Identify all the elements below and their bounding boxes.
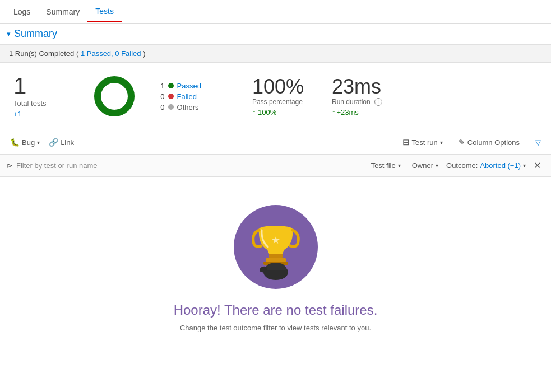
up-arrow-icon: ↑ bbox=[332, 108, 336, 116]
column-options-label: Column Options bbox=[467, 138, 520, 147]
link-button[interactable]: 🔗 Link bbox=[45, 136, 77, 149]
svg-text:★: ★ bbox=[271, 235, 280, 246]
others-label[interactable]: Others bbox=[177, 103, 199, 111]
test-file-chevron-icon: ▾ bbox=[398, 162, 401, 169]
column-options-icon: ✎ bbox=[459, 138, 465, 147]
stats-row: 1 Total tests +1 1 Passed 0 Failed 0 Oth… bbox=[0, 63, 551, 130]
outcome-filter-label: Outcome: bbox=[446, 161, 478, 170]
info-icon[interactable]: i bbox=[374, 98, 382, 106]
test-file-dropdown[interactable]: Test file ▾ bbox=[368, 159, 404, 172]
link-icon: 🔗 bbox=[49, 138, 58, 147]
failed-label[interactable]: Failed bbox=[177, 92, 197, 101]
test-run-label: Test run bbox=[412, 138, 438, 147]
pass-pct-value: 100% bbox=[252, 77, 304, 97]
bug-chevron-icon: ▾ bbox=[37, 139, 40, 146]
owner-label: Owner bbox=[412, 161, 433, 170]
run-info-highlight: 1 Passed, 0 Failed bbox=[81, 49, 141, 58]
tab-logs[interactable]: Logs bbox=[6, 2, 38, 22]
test-run-chevron-icon: ▾ bbox=[440, 139, 443, 146]
tabs-container: Logs Summary Tests bbox=[0, 0, 551, 24]
filter-placeholder-text: Filter by test or run name bbox=[16, 161, 98, 170]
empty-state: ★ Hooray! There are no test failures. Ch… bbox=[0, 177, 551, 349]
hooray-message: Hooray! There are no test failures. bbox=[174, 302, 378, 318]
summary-title: Summary bbox=[14, 28, 57, 40]
chevron-icon: ▾ bbox=[7, 30, 11, 38]
donut-chart bbox=[92, 74, 137, 119]
summary-header[interactable]: ▾ Summary bbox=[0, 24, 551, 44]
duration-value: 23ms bbox=[332, 77, 382, 97]
legend-others: 0 Others bbox=[157, 103, 201, 111]
duration-block: 23ms Run duration i ↑ +23ms bbox=[332, 77, 382, 116]
filter-bar: ⊳ Filter by test or run name Test file ▾… bbox=[0, 155, 551, 177]
total-tests-count: 1 bbox=[13, 74, 47, 98]
pass-pct-delta: ↑ 100% bbox=[252, 108, 304, 116]
column-options-button[interactable]: ✎ Column Options bbox=[455, 136, 523, 149]
filter-close-button[interactable]: ✕ bbox=[530, 159, 544, 172]
outcome-filter[interactable]: Outcome: Aborted (+1) ▾ bbox=[446, 161, 526, 170]
link-label: Link bbox=[61, 138, 74, 147]
legend-failed: 0 Failed bbox=[157, 92, 201, 101]
others-count: 0 bbox=[157, 103, 165, 111]
failed-count: 0 bbox=[157, 92, 165, 101]
toolbar-left: 🐛 Bug ▾ 🔗 Link bbox=[7, 136, 77, 149]
duration-label: Run duration i bbox=[332, 98, 382, 106]
total-tests-block: 1 Total tests +1 bbox=[13, 74, 47, 118]
outcome-filter-value: Aborted (+1) bbox=[480, 161, 521, 170]
failed-dot bbox=[168, 94, 174, 99]
svg-rect-3 bbox=[269, 254, 283, 258]
legend-passed: 1 Passed bbox=[157, 82, 201, 90]
passed-dot bbox=[168, 83, 174, 88]
passed-label[interactable]: Passed bbox=[177, 82, 201, 90]
total-tests-label: Total tests bbox=[13, 99, 47, 108]
test-run-icon: ⊟ bbox=[402, 137, 410, 147]
filter-right: Test file ▾ Owner ▾ Outcome: Aborted (+1… bbox=[368, 159, 544, 172]
test-file-label: Test file bbox=[371, 161, 396, 170]
trophy-svg: ★ bbox=[248, 213, 304, 281]
toolbar-right: ⊟ Test run ▾ ✎ Column Options ▽ bbox=[399, 135, 544, 150]
duration-delta: ↑ +23ms bbox=[332, 108, 382, 116]
empty-state-subtitle: Change the test outcome filter to view t… bbox=[180, 324, 371, 332]
svg-point-1 bbox=[98, 80, 131, 113]
owner-chevron-icon: ▾ bbox=[436, 162, 438, 169]
filter-icon: ▽ bbox=[535, 138, 541, 147]
others-dot bbox=[168, 104, 174, 110]
divider-1 bbox=[75, 77, 75, 116]
total-tests-delta: +1 bbox=[13, 110, 47, 118]
trophy-illustration: ★ bbox=[234, 205, 318, 289]
pass-pct-label: Pass percentage bbox=[252, 98, 304, 106]
toolbar: 🐛 Bug ▾ 🔗 Link ⊟ Test run ▾ ✎ Column Opt… bbox=[0, 130, 551, 155]
test-run-button[interactable]: ⊟ Test run ▾ bbox=[399, 135, 446, 150]
divider-2 bbox=[235, 77, 235, 116]
bug-label: Bug bbox=[22, 138, 35, 147]
owner-dropdown[interactable]: Owner ▾ bbox=[409, 159, 442, 172]
passed-count: 1 bbox=[157, 82, 165, 90]
bug-icon: 🐛 bbox=[10, 138, 20, 147]
tab-summary[interactable]: Summary bbox=[38, 2, 87, 22]
bug-button[interactable]: 🐛 Bug ▾ bbox=[7, 136, 43, 149]
run-info-bar: 1 Run(s) Completed ( 1 Passed, 0 Failed … bbox=[0, 44, 551, 63]
filter-icon-button[interactable]: ▽ bbox=[532, 136, 544, 149]
chart-legend: 1 Passed 0 Failed 0 Others bbox=[157, 82, 201, 111]
pass-pct-block: 100% Pass percentage ↑ 100% bbox=[252, 77, 304, 116]
outcome-chevron-icon: ▾ bbox=[523, 162, 526, 169]
filter-input-area[interactable]: ⊳ Filter by test or run name bbox=[7, 161, 98, 170]
tab-tests[interactable]: Tests bbox=[87, 1, 122, 22]
filter-funnel-icon: ⊳ bbox=[7, 161, 13, 170]
